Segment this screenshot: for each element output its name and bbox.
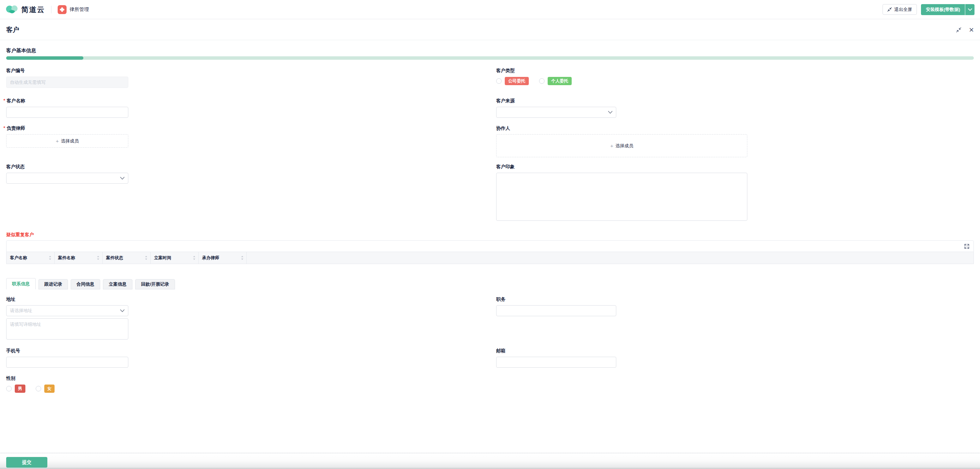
- tab-contract-info[interactable]: 合同信息: [71, 279, 100, 289]
- detail-tabs: 联系信息 跟进记录 合同信息 立案信息 回款/开票记录: [6, 278, 178, 289]
- duplicate-table-header: 客户名称 案件名称 案件状态 立案时间 承办律师: [6, 252, 974, 264]
- customer-name-label: * 客户名称: [6, 98, 128, 104]
- topbar-divider: [51, 6, 51, 13]
- customer-impression-label: 客户印象: [496, 164, 747, 170]
- duplicate-table-toolbar: [6, 240, 974, 252]
- gender-radio-male[interactable]: [6, 386, 12, 391]
- gender-tag-male[interactable]: 男: [15, 384, 25, 393]
- required-mark: *: [3, 125, 5, 131]
- topbar-right: 退出全屏 安装模板(带数据): [883, 4, 975, 15]
- gender-tag-female[interactable]: 女: [44, 384, 55, 393]
- app-flower-icon: [58, 5, 67, 14]
- section-divider-bar: [6, 56, 974, 60]
- column-header-filler: [247, 252, 974, 264]
- field-customer-impression: 客户印象: [496, 164, 747, 222]
- form-title: 客户: [6, 26, 19, 34]
- address-select[interactable]: 请选择地址: [6, 305, 128, 316]
- duplicate-customers-label: 疑似重复客户: [6, 232, 974, 238]
- plus-icon: +: [56, 138, 59, 144]
- field-customer-no: 客户编号: [6, 68, 128, 88]
- select-member-label: 选择成员: [61, 138, 79, 144]
- customer-status-select[interactable]: [6, 173, 128, 184]
- form-panel-header: 客户 ×: [0, 19, 980, 40]
- customer-type-tag-company[interactable]: 公司委托: [505, 77, 529, 85]
- collaborator-label: 协作人: [496, 125, 747, 131]
- column-header[interactable]: 案件名称: [54, 252, 103, 264]
- customer-type-label: 客户类型: [496, 68, 747, 74]
- field-gender: 性别 男 女: [6, 375, 128, 393]
- expand-table-icon[interactable]: [964, 244, 969, 249]
- column-header[interactable]: 立案时间: [151, 252, 199, 264]
- collaborator-select-member-button[interactable]: + 选择成员: [496, 134, 747, 157]
- customer-type-tag-personal[interactable]: 个人委托: [548, 77, 572, 85]
- customer-source-label: 客户来源: [496, 98, 616, 104]
- customer-type-options: 公司委托 个人委托: [496, 77, 747, 85]
- tab-contact-info[interactable]: 联系信息: [6, 278, 36, 289]
- address-label: 地址: [6, 296, 128, 303]
- customer-impression-textarea[interactable]: [496, 173, 747, 221]
- column-header[interactable]: 案件状态: [103, 252, 151, 264]
- current-app[interactable]: 律所管理: [58, 5, 89, 14]
- install-template-split-button: 安装模板(带数据): [921, 4, 975, 15]
- customer-source-select[interactable]: [496, 107, 616, 118]
- position-label: 职务: [496, 296, 616, 303]
- customer-name-input[interactable]: [6, 107, 128, 118]
- address-select-placeholder: 请选择地址: [10, 308, 32, 314]
- close-icon[interactable]: ×: [969, 27, 974, 33]
- form-footer: 提交: [0, 453, 980, 469]
- field-position: 职务: [496, 296, 616, 316]
- exit-fullscreen-label: 退出全屏: [894, 6, 912, 13]
- field-customer-status: 客户状态: [6, 164, 128, 184]
- jiandaoyun-logo-icon: [5, 4, 19, 15]
- topbar-left: 简道云 律所管理: [5, 4, 89, 15]
- field-email: 邮箱: [496, 348, 616, 368]
- sort-icon: [97, 256, 100, 260]
- field-address: 地址 请选择地址: [6, 296, 128, 341]
- chevron-down-icon: [120, 309, 124, 313]
- tab-payment-invoice-records[interactable]: 回款/开票记录: [135, 279, 175, 289]
- column-header[interactable]: 客户名称: [6, 252, 54, 264]
- column-header[interactable]: 承办律师: [199, 252, 247, 264]
- customer-status-label: 客户状态: [6, 164, 128, 170]
- email-input[interactable]: [496, 357, 616, 368]
- mobile-label: 手机号: [6, 348, 128, 354]
- panel-actions: ×: [956, 27, 974, 33]
- install-template-button[interactable]: 安装模板(带数据): [921, 4, 965, 15]
- sort-icon: [193, 256, 196, 260]
- sort-icon: [145, 256, 148, 260]
- brand-logo[interactable]: 简道云: [5, 4, 45, 15]
- chevron-down-icon: [968, 8, 972, 11]
- exit-fullscreen-icon: [887, 7, 892, 12]
- select-member-button[interactable]: + 选择成员: [6, 134, 128, 148]
- responsible-lawyer-label: * 负责律师: [6, 125, 128, 131]
- brand-name: 简道云: [21, 5, 45, 14]
- topbar: 简道云 律所管理: [0, 0, 980, 19]
- section-divider-fill: [6, 56, 83, 60]
- tab-case-filing-info[interactable]: 立案信息: [103, 279, 132, 289]
- mobile-input[interactable]: [6, 357, 128, 368]
- tab-follow-up-records[interactable]: 跟进记录: [38, 279, 68, 289]
- collaborator-select-member-label: 选择成员: [615, 143, 633, 149]
- collapse-icon[interactable]: [956, 27, 961, 33]
- customer-no-label: 客户编号: [6, 68, 128, 74]
- submit-button[interactable]: 提交: [6, 457, 47, 467]
- customer-no-input[interactable]: [6, 77, 128, 88]
- duplicate-customers-section: 疑似重复客户 客户名称 案件名称 案件状态: [6, 232, 974, 264]
- customer-type-radio-company[interactable]: [496, 78, 502, 84]
- gender-options: 男 女: [6, 384, 128, 393]
- position-input[interactable]: [496, 305, 616, 316]
- sort-icon: [241, 256, 243, 260]
- field-responsible-lawyer: * 负责律师 + 选择成员: [6, 125, 128, 148]
- address-detail-textarea[interactable]: [6, 318, 128, 340]
- gender-label: 性别: [6, 375, 128, 381]
- gender-radio-female[interactable]: [36, 386, 41, 391]
- required-mark: *: [3, 98, 5, 103]
- email-label: 邮箱: [496, 348, 616, 354]
- exit-fullscreen-button[interactable]: 退出全屏: [883, 4, 917, 15]
- app-name: 律所管理: [70, 6, 89, 13]
- field-customer-name: * 客户名称: [6, 98, 128, 118]
- field-customer-type: 客户类型 公司委托 个人委托: [496, 68, 747, 85]
- install-template-dropdown-button[interactable]: [965, 4, 975, 15]
- customer-type-radio-personal[interactable]: [539, 78, 544, 84]
- app-window: 简道云 律所管理: [0, 0, 980, 469]
